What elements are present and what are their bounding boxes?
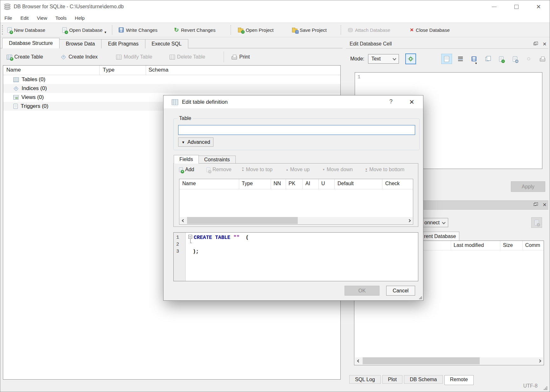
- print-cell-button[interactable]: [537, 54, 548, 64]
- menu-help[interactable]: Help: [71, 15, 89, 21]
- scroll-right-arrow[interactable]: [406, 217, 413, 224]
- save-project-button[interactable]: ▪ Save Project: [289, 24, 329, 36]
- mode-label: Mode:: [350, 56, 364, 62]
- create-table-button[interactable]: + Create Table: [3, 54, 46, 60]
- toolbar-drag-handle[interactable]: [2, 25, 3, 35]
- column-header-schema[interactable]: Schema: [149, 67, 168, 73]
- col-nn[interactable]: NN: [274, 181, 281, 186]
- import-data-button[interactable]: ▾: [469, 54, 479, 64]
- triangle-down-icon: ▼: [181, 140, 185, 144]
- dialog-close-button[interactable]: ×: [409, 97, 414, 107]
- chevron-left-icon: [182, 219, 185, 222]
- tab-constraints[interactable]: Constraints: [198, 156, 236, 164]
- open-in-app-button[interactable]: ›: [496, 54, 507, 64]
- open-database-button[interactable]: › Open Database: [60, 24, 105, 36]
- col-type[interactable]: Type: [242, 181, 253, 186]
- structure-toolbar-separator: [224, 52, 224, 62]
- cancel-button[interactable]: Cancel: [386, 286, 415, 296]
- col-ai[interactable]: AI: [305, 181, 310, 186]
- copy-data-button[interactable]: [482, 54, 493, 64]
- close-panel-icon[interactable]: ×: [543, 202, 547, 207]
- col-name[interactable]: Name: [182, 181, 196, 186]
- cell-editor-toolbar: ▾ › ∞: [441, 53, 548, 65]
- column-header-name[interactable]: Name: [6, 67, 21, 73]
- add-field-button[interactable]: + Add: [179, 167, 194, 172]
- tab-edit-pragmas[interactable]: Edit Pragmas: [101, 39, 145, 48]
- col-check[interactable]: Check: [385, 181, 400, 186]
- tab-database-structure[interactable]: Database Structure: [2, 38, 59, 48]
- sql-line-numbers: 1 2 3: [174, 233, 186, 281]
- tab-remote[interactable]: Remote: [444, 375, 474, 385]
- print-button[interactable]: Print: [228, 54, 253, 60]
- auto-switch-mode-button[interactable]: [405, 53, 416, 64]
- column-header-size[interactable]: Size: [503, 242, 513, 248]
- new-database-button[interactable]: + New Database: [5, 24, 48, 36]
- remote-current-database-tab[interactable]: rent Database: [421, 232, 459, 241]
- open-project-button[interactable]: › Open Project: [235, 24, 276, 36]
- move-to-top-button: ▴ Move to top: [242, 167, 273, 172]
- write-changes-button[interactable]: Write Changes: [116, 24, 160, 36]
- scroll-right-arrow[interactable]: [536, 357, 543, 364]
- column-header-commit[interactable]: Comm: [525, 242, 540, 248]
- revert-changes-icon: ↻: [174, 27, 179, 32]
- tab-plot[interactable]: Plot: [382, 375, 403, 384]
- scrollbar-thumb[interactable]: [363, 357, 480, 364]
- chevron-right-icon: [407, 219, 411, 222]
- remote-horizontal-scrollbar[interactable]: [355, 357, 543, 364]
- open-in-app-icon: ›: [499, 56, 504, 62]
- col-default[interactable]: Default: [338, 181, 354, 186]
- menu-view[interactable]: View: [33, 15, 51, 21]
- scroll-left-arrow[interactable]: [180, 217, 187, 224]
- float-panel-icon[interactable]: [533, 43, 536, 45]
- tree-item-indices[interactable]: Indices (0): [3, 84, 340, 93]
- menu-file[interactable]: File: [0, 15, 16, 21]
- link-icon: ∞: [513, 56, 517, 62]
- link-data-button[interactable]: ∞: [510, 54, 520, 64]
- close-button[interactable]: ×: [527, 0, 550, 13]
- fields-horizontal-scrollbar[interactable]: [180, 217, 413, 224]
- column-header-type[interactable]: Type: [103, 67, 115, 73]
- table-name-input[interactable]: [178, 125, 415, 135]
- word-wrap-button[interactable]: [455, 54, 466, 64]
- sql-code: CREATE TABLE "" ( );: [188, 234, 417, 255]
- move-down-icon: ▾: [323, 168, 324, 171]
- col-u[interactable]: U: [321, 181, 325, 186]
- close-panel-icon[interactable]: ×: [543, 41, 547, 46]
- menubar: File Edit View Tools Help: [0, 13, 550, 23]
- print-icon: [540, 58, 545, 61]
- tree-item-tables[interactable]: Tables (0): [3, 75, 340, 84]
- menu-edit[interactable]: Edit: [16, 15, 33, 21]
- toolbar-separator: [112, 25, 112, 35]
- revert-changes-button[interactable]: ↻ Revert Changes: [171, 24, 218, 36]
- tab-fields[interactable]: Fields: [174, 155, 199, 164]
- close-database-button[interactable]: × Close Database: [407, 24, 452, 36]
- identity-settings-button[interactable]: ›: [531, 217, 542, 228]
- advanced-button[interactable]: ▼ Advanced: [178, 137, 213, 147]
- fold-marker-icon[interactable]: [188, 235, 192, 239]
- text-document-button[interactable]: [441, 54, 452, 64]
- column-header-last-modified[interactable]: Last modified: [454, 242, 484, 248]
- tab-sql-log[interactable]: SQL Log: [349, 375, 381, 384]
- maximize-button[interactable]: [505, 0, 527, 13]
- write-changes-icon: [119, 27, 124, 32]
- tab-browse-data[interactable]: Browse Data: [59, 39, 102, 48]
- window-resize-grip[interactable]: [544, 386, 547, 390]
- minimize-button[interactable]: [483, 0, 505, 13]
- mode-select[interactable]: Text: [368, 54, 399, 64]
- schema-tree-header: Name Type Schema: [3, 66, 340, 75]
- float-panel-icon[interactable]: [533, 203, 536, 206]
- tab-execute-sql[interactable]: Execute SQL: [145, 39, 188, 48]
- dialog-help-button[interactable]: ?: [389, 98, 393, 105]
- window-title: DB Browser for SQLite - C:\Users\turne\d…: [14, 4, 124, 10]
- scroll-left-arrow[interactable]: [355, 357, 362, 364]
- dialog-resize-grip[interactable]: [419, 296, 422, 299]
- edit-identity-icon: ›: [534, 220, 539, 225]
- col-pk[interactable]: PK: [289, 181, 295, 186]
- open-database-dropdown-icon[interactable]: ▾: [104, 30, 106, 34]
- menu-tools[interactable]: Tools: [51, 15, 71, 21]
- create-index-button[interactable]: Create Index: [58, 54, 101, 60]
- scrollbar-thumb[interactable]: [187, 217, 298, 224]
- tab-db-schema[interactable]: DB Schema: [404, 375, 442, 384]
- copy-icon: [485, 57, 489, 61]
- app-database-icon: [4, 4, 10, 10]
